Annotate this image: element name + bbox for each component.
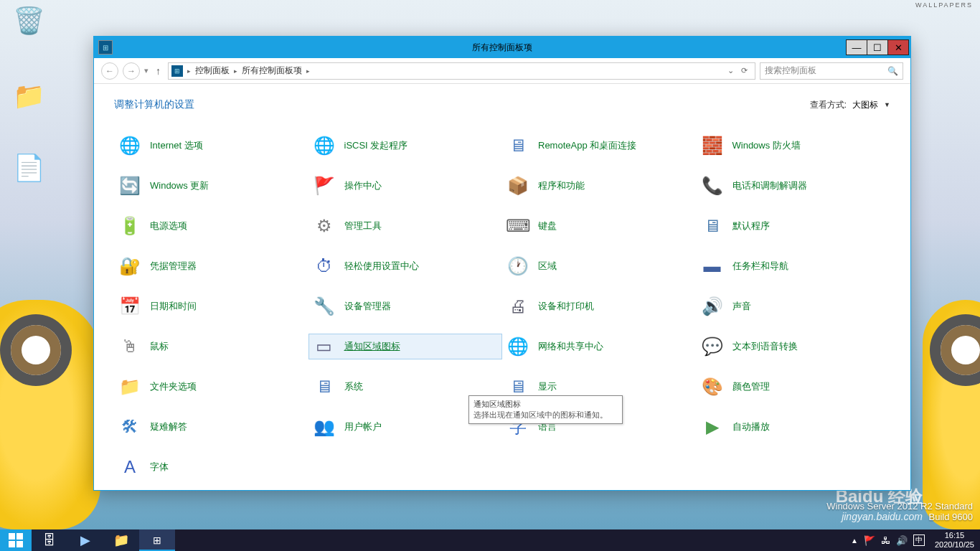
titlebar[interactable]: ⊞ 所有控制面板项 — ☐ ✕ [94,37,910,58]
admin-tools-icon: ⚙ [313,215,336,237]
cp-item-fonts[interactable]: A字体 [114,454,308,480]
chevron-right-icon: ▸ [234,67,237,75]
windows-firewall-icon: 🧱 [701,134,724,157]
cp-item-label: 键盘 [538,220,557,232]
taskbar-server-manager[interactable]: 🗄 [32,529,67,551]
cp-item-action-center[interactable]: 🚩操作中心 [308,173,503,199]
tray-flag-icon[interactable]: 🚩 [864,535,875,546]
page-title: 调整计算机的设置 [114,98,194,111]
network-sharing-icon: 🌐 [507,335,529,358]
cp-item-notification-area-icons[interactable]: ▭通知区域图标 [308,334,503,359]
cp-item-label: RemoteApp 和桌面连接 [538,139,636,152]
cp-item-label: Internet 选项 [150,139,203,152]
desktop-recycle-bin[interactable]: 🗑️ [7,4,50,39]
cp-item-troubleshooting[interactable]: 🛠疑难解答 [114,414,308,440]
cp-item-date-time[interactable]: 📅日期和时间 [114,293,308,319]
cp-item-ease-of-access[interactable]: ⏱轻松使用设置中心 [308,253,503,279]
wallpaper-decoration [923,300,980,529]
desktop-folder[interactable]: 📁 [7,79,50,115]
cp-item-sound[interactable]: 🔊声音 [697,293,891,319]
cp-item-mouse[interactable]: 🖱鼠标 [114,334,308,359]
tray-ime-indicator[interactable]: 中 [913,534,925,546]
cp-item-windows-update[interactable]: 🔄Windows 更新 [114,173,308,199]
view-by-control[interactable]: 查看方式: 大图标 ▼ [810,99,890,111]
taskbar-explorer[interactable]: 📁 [103,529,139,551]
cp-item-label: 任务栏和导航 [732,260,788,273]
breadcrumb-current[interactable]: 所有控制面板项 [242,65,302,77]
addr-dropdown-icon[interactable]: ⌄ [727,66,734,75]
taskbar-clock[interactable]: 16:15 2020/10/25 [930,531,974,550]
start-button[interactable] [0,529,32,551]
cp-item-device-manager[interactable]: 🔧设备管理器 [308,293,503,319]
taskbar: 🗄 ▶ 📁 ⊞ ▲ 🚩 🖧 🔊 中 16:15 2020/10/25 [0,529,980,551]
nav-forward-button[interactable]: → [123,62,140,80]
cp-item-admin-tools[interactable]: ⚙管理工具 [308,213,503,239]
cp-item-iscsi-initiator[interactable]: 🌐iSCSI 发起程序 [308,133,503,159]
internet-options-icon: 🌐 [118,134,141,157]
cp-item-label: 文本到语音转换 [732,340,798,353]
cp-item-remoteapp[interactable]: 🖥RemoteApp 和桌面连接 [502,133,697,159]
cp-item-text-to-speech[interactable]: 💬文本到语音转换 [697,334,891,359]
view-by-value: 大图标 [852,99,878,111]
tooltip-title: 通知区域图标 [473,399,618,410]
cp-item-taskbar-nav[interactable]: ▬任务栏和导航 [697,253,891,279]
cp-item-programs-features[interactable]: 📦程序和功能 [502,173,697,199]
cp-item-keyboard[interactable]: ⌨键盘 [502,213,697,239]
cp-item-label: 电话和调制解调器 [732,179,807,192]
cp-item-internet-options[interactable]: 🌐Internet 选项 [114,133,308,159]
nav-back-button[interactable]: ← [101,62,118,80]
cp-item-label: iSCSI 发起程序 [344,139,408,152]
tray-network-icon[interactable]: 🖧 [881,535,890,546]
clock-date: 2020/10/25 [935,540,974,550]
nav-up-button[interactable]: ↑ [153,65,164,77]
programs-features-icon: 📦 [507,174,529,197]
folder-icon: 📁 [11,79,46,113]
navigation-bar: ← → ▾ ↑ ⊞ ▸ 控制面板 ▸ 所有控制面板项 ▸ ⌄⟳ 搜索控制面板 🔍 [94,58,910,84]
cp-item-label: 字体 [150,461,169,474]
cp-item-folder-options[interactable]: 📁文件夹选项 [114,374,308,400]
action-center-icon: 🚩 [313,174,336,197]
taskbar-control-panel[interactable]: ⊞ [139,529,175,551]
taskbar-powershell[interactable]: ▶ [67,529,103,551]
content-area: 调整计算机的设置 查看方式: 大图标 ▼ 🌐Internet 选项🌐iSCSI … [94,84,910,490]
minimize-button[interactable]: — [846,39,867,55]
mouse-icon: 🖱 [118,335,141,358]
cp-item-power-options[interactable]: 🔋电源选项 [114,213,308,239]
cp-item-network-sharing[interactable]: 🌐网络和共享中心 [502,334,697,359]
keyboard-icon: ⌨ [507,215,529,237]
window-controls: — ☐ ✕ [847,39,910,55]
nav-history-dropdown[interactable]: ▾ [144,66,149,75]
close-button[interactable]: ✕ [887,39,909,55]
address-bar[interactable]: ⊞ ▸ 控制面板 ▸ 所有控制面板项 ▸ ⌄⟳ [168,62,755,80]
window-title: 所有控制面板项 [472,42,532,54]
tray-overflow-button[interactable]: ▲ [851,537,858,545]
cp-item-label: 电源选项 [150,220,187,232]
system-icon: 🖥 [313,375,336,398]
chevron-down-icon: ▼ [884,101,890,108]
default-programs-icon: 🖥 [701,215,724,237]
refresh-icon[interactable]: ⟳ [741,66,748,75]
chevron-right-icon: ▸ [306,67,310,75]
cp-item-default-programs[interactable]: 🖥默认程序 [697,213,891,239]
breadcrumb-root[interactable]: 控制面板 [195,65,230,77]
cp-item-credential-manager[interactable]: 🔐凭据管理器 [114,253,308,279]
search-input[interactable]: 搜索控制面板 🔍 [760,62,903,80]
cp-item-label: 程序和功能 [538,179,585,192]
maximize-button[interactable]: ☐ [867,39,888,55]
cp-item-region[interactable]: 🕐区域 [502,253,697,279]
desktop-textfile[interactable]: 📄 [7,151,50,187]
cp-item-autoplay[interactable]: ▶自动播放 [697,414,891,440]
cp-item-label: 设备和打印机 [538,300,594,313]
cp-item-label: 通知区域图标 [344,340,400,353]
cp-item-color-management[interactable]: 🎨颜色管理 [697,374,891,400]
notification-area-icons-icon: ▭ [313,335,336,358]
power-options-icon: 🔋 [118,215,141,237]
tray-volume-icon[interactable]: 🔊 [896,535,908,546]
user-accounts-icon: 👥 [313,415,336,438]
date-time-icon: 📅 [118,295,141,318]
cp-item-windows-firewall[interactable]: 🧱Windows 防火墙 [697,133,891,159]
sound-icon: 🔊 [701,295,724,318]
cp-item-devices-printers[interactable]: 🖨设备和打印机 [502,293,697,319]
cp-item-label: 鼠标 [150,340,169,353]
cp-item-phone-modem[interactable]: 📞电话和调制解调器 [697,173,891,199]
